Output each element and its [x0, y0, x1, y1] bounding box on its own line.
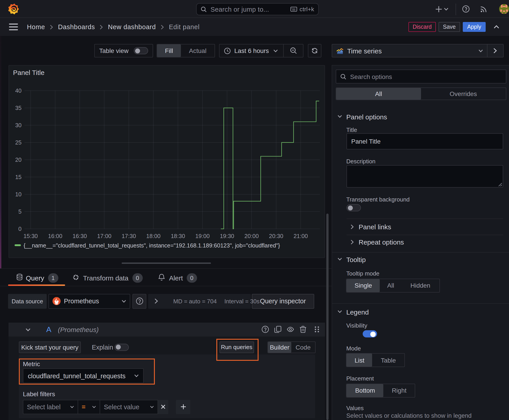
svg-text:15:30: 15:30: [23, 233, 38, 239]
svg-text:20:00: 20:00: [244, 233, 258, 239]
svg-text:25: 25: [15, 139, 21, 146]
svg-text:18:00: 18:00: [146, 233, 160, 239]
svg-text:{__name__="cloudflared_tunnel_: {__name__="cloudflared_tunnel_total_requ…: [23, 242, 280, 249]
svg-text:40: 40: [15, 88, 21, 94]
svg-text:17:30: 17:30: [122, 233, 136, 239]
svg-text:16:30: 16:30: [72, 233, 87, 239]
svg-text:19:00: 19:00: [195, 233, 209, 239]
svg-text:18:30: 18:30: [171, 233, 185, 239]
svg-text:0: 0: [18, 226, 21, 232]
svg-text:30: 30: [15, 122, 21, 128]
svg-text:5: 5: [18, 209, 21, 215]
svg-text:10: 10: [15, 191, 21, 197]
svg-text:21:00: 21:00: [293, 233, 308, 239]
svg-text:19:30: 19:30: [220, 233, 234, 239]
svg-text:20:30: 20:30: [269, 233, 283, 239]
svg-text:20: 20: [15, 157, 21, 163]
svg-text:35: 35: [15, 105, 21, 111]
svg-text:16:00: 16:00: [48, 233, 62, 239]
svg-text:15: 15: [15, 174, 21, 180]
svg-text:17:00: 17:00: [97, 233, 111, 239]
